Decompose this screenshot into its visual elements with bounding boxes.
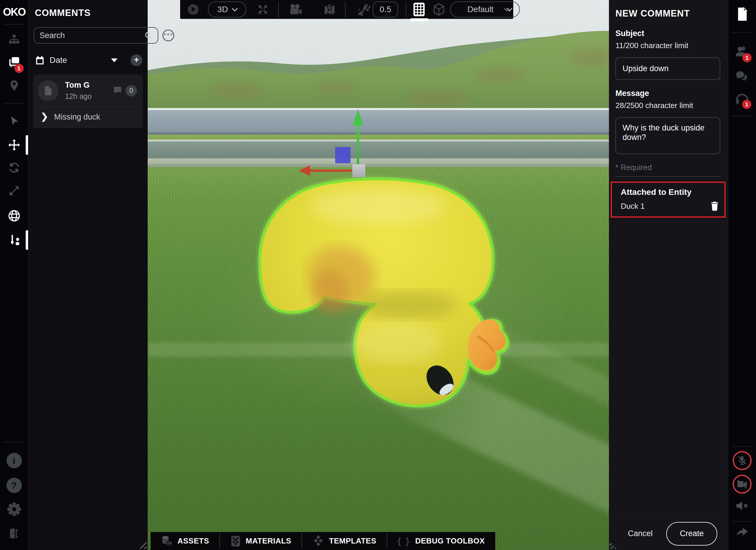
- divider: [732, 446, 752, 447]
- search-input[interactable]: [40, 31, 144, 40]
- left-toolbar: OKO 1: [0, 0, 28, 550]
- comments-panel-title: COMMENTS: [35, 8, 148, 18]
- chevron-right-icon: ❯: [41, 112, 48, 121]
- location-pin-icon[interactable]: [9, 80, 19, 92]
- subject-input[interactable]: [615, 57, 720, 80]
- snap-tool-icon[interactable]: [8, 234, 20, 246]
- tab-materials[interactable]: MATERIALS: [220, 532, 302, 550]
- tab-templates[interactable]: TEMPLATES: [302, 532, 387, 550]
- speaker-muted-icon[interactable]: [735, 499, 749, 512]
- canal-wall: [148, 108, 609, 167]
- divider: [4, 24, 24, 25]
- avatar: [38, 80, 58, 101]
- subject-char-limit: 11/200 character limit: [615, 41, 720, 50]
- toolbar-separator: [406, 2, 406, 18]
- more-options-button[interactable]: ●●●: [162, 30, 174, 41]
- new-comment-panel: NEW COMMENT Subject 11/200 character lim…: [609, 0, 728, 550]
- globe-icon[interactable]: [8, 210, 20, 222]
- cancel-button[interactable]: Cancel: [628, 529, 653, 538]
- settings-gear-icon[interactable]: [7, 502, 21, 516]
- snap-increment-value: 0.5: [380, 5, 391, 14]
- duck-entity[interactable]: [236, 171, 511, 413]
- oko-logo[interactable]: OKO: [0, 6, 28, 18]
- tab-debug-toolbox[interactable]: { } DEBUG TOOLBOX: [387, 532, 495, 550]
- chevron-down-icon[interactable]: [111, 58, 118, 62]
- new-comment-footer: Cancel Create: [609, 517, 728, 550]
- tab-label: DEBUG TOOLBOX: [415, 536, 485, 546]
- right-toolbar: 1 1: [728, 0, 756, 550]
- rotate-tool-icon[interactable]: [8, 162, 20, 174]
- toolbar-expand-chevron[interactable]: [501, 0, 512, 19]
- cube-icon[interactable]: [432, 0, 446, 19]
- comments-tool-icon[interactable]: 1: [7, 56, 21, 69]
- panel-resize-grip[interactable]: [139, 542, 146, 549]
- scene: [148, 0, 609, 550]
- message-textarea[interactable]: Why is the duck upside down?: [615, 117, 720, 154]
- divider: [4, 442, 24, 442]
- select-tool-icon[interactable]: [9, 115, 19, 126]
- viewport-toolbar: 3D 0.5: [180, 0, 513, 19]
- assets-icon: [161, 535, 173, 547]
- toolbar-separator: [345, 2, 346, 18]
- app-window: OKO 1: [0, 0, 756, 550]
- sort-by-date-row[interactable]: Date +: [35, 54, 142, 66]
- gizmo-y-arrowhead[interactable]: [353, 109, 363, 125]
- active-tool-indicator: [26, 230, 28, 250]
- view-mode-dropdown[interactable]: 3D: [208, 0, 246, 19]
- camera-muted-button[interactable]: [733, 475, 752, 494]
- kite-tool-icon[interactable]: [356, 0, 373, 19]
- tab-label: MATERIALS: [246, 536, 291, 546]
- map-icon[interactable]: [322, 0, 337, 19]
- comments-panel: COMMENTS ●●● Date +: [28, 0, 148, 550]
- document-panel-icon[interactable]: [736, 7, 748, 21]
- fit-view-icon[interactable]: [256, 0, 269, 19]
- preset-value: Default: [458, 5, 503, 14]
- headset-icon[interactable]: 1: [735, 92, 749, 106]
- gizmo-z-handle[interactable]: [335, 147, 351, 163]
- hierarchy-icon[interactable]: [9, 34, 20, 45]
- move-tool-icon[interactable]: [8, 139, 20, 151]
- materials-icon: [230, 535, 241, 547]
- attached-entity-label: Attached to Entity: [621, 188, 719, 197]
- required-note: * Required: [615, 163, 720, 172]
- help-icon[interactable]: ?: [6, 478, 22, 493]
- divider: [732, 521, 752, 522]
- people-icon[interactable]: 1: [735, 45, 750, 58]
- scale-tool-icon[interactable]: [8, 185, 20, 197]
- search-field[interactable]: [34, 27, 158, 44]
- camera-icon[interactable]: [288, 0, 303, 19]
- tab-assets[interactable]: ASSETS: [151, 532, 219, 550]
- add-comment-button[interactable]: +: [131, 54, 142, 66]
- chevron-down-icon: [232, 6, 238, 12]
- gizmo-x-arrowhead[interactable]: [299, 165, 310, 176]
- exit-door-icon[interactable]: [8, 527, 20, 540]
- thread-expander[interactable]: ❯ Missing duck: [38, 113, 137, 123]
- mic-muted-button[interactable]: [733, 451, 752, 470]
- grid-snap-toggle[interactable]: [413, 0, 425, 19]
- comment-timestamp: 12h ago: [65, 92, 113, 101]
- braces-icon: { }: [397, 536, 410, 546]
- audio-badge: 1: [742, 100, 751, 109]
- snap-increment-field[interactable]: 0.5: [373, 0, 398, 19]
- calendar-icon: [35, 55, 45, 65]
- play-button[interactable]: [187, 0, 199, 19]
- divider: [615, 176, 721, 177]
- bottom-tab-bar: ASSETS MATERIALS TEMPLATES { } DEBUG TOO…: [151, 532, 495, 550]
- divider: [4, 103, 24, 104]
- gizmo-x-axis[interactable]: [304, 170, 353, 172]
- toolbar-separator: [278, 2, 279, 18]
- comments-badge: 1: [14, 64, 24, 73]
- templates-icon: [312, 535, 324, 548]
- comment-thread-card[interactable]: Tom G 12h ago 0 ❯ Missing duck: [33, 74, 143, 128]
- trash-icon[interactable]: [710, 201, 719, 211]
- 3d-viewport[interactable]: 3D 0.5: [148, 0, 609, 550]
- chat-icon[interactable]: [735, 70, 749, 82]
- divider: [732, 116, 752, 116]
- gizmo-center-handle[interactable]: [352, 164, 365, 177]
- create-button[interactable]: Create: [666, 522, 717, 546]
- gizmo-y-axis[interactable]: [357, 123, 359, 165]
- info-icon[interactable]: i: [6, 453, 22, 468]
- people-badge: 1: [742, 53, 752, 62]
- message-char-limit: 28/2500 character limit: [615, 101, 720, 110]
- share-forward-icon[interactable]: [736, 527, 749, 538]
